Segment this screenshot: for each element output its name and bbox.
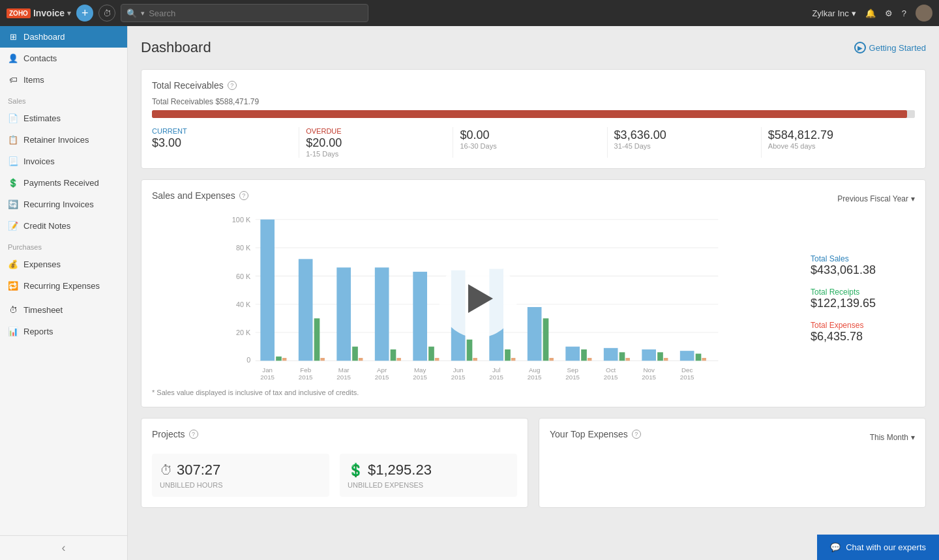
avatar[interactable] — [916, 5, 932, 22]
stat-above-45: $584,812.79 Above 45 days — [762, 127, 915, 158]
unbilled-hours-label: UNBILLED HOURS — [160, 481, 321, 489]
svg-text:2015: 2015 — [299, 374, 313, 381]
retainer-invoices-icon: 📋 — [8, 135, 18, 145]
sales-expenses-title: Sales and Expenses ? — [152, 190, 248, 201]
sidebar-item-timesheet[interactable]: ⏱ Timesheet — [0, 299, 127, 321]
svg-text:2015: 2015 — [642, 374, 656, 381]
sidebar-item-dashboard[interactable]: ⊞ Dashboard — [0, 26, 127, 48]
sidebar-item-items[interactable]: 🏷 Items — [0, 69, 127, 91]
bar-apr-receipts — [391, 349, 396, 361]
bar-sep-sales — [565, 347, 580, 361]
contacts-icon: 👤 — [8, 53, 18, 63]
sidebar-collapse-button[interactable]: ‹ — [0, 535, 127, 560]
sidebar-item-expenses[interactable]: 💰 Expenses — [0, 254, 127, 275]
sidebar-item-reports[interactable]: 📊 Reports — [0, 321, 127, 342]
bar-jan-receipts — [276, 357, 282, 361]
video-play-overlay[interactable] — [439, 259, 517, 338]
bar-feb-sales — [299, 259, 313, 361]
search-bar[interactable]: 🔍 ▾ Search — [121, 4, 368, 22]
sidebar-item-recurring-invoices[interactable]: 🔄 Recurring Invoices — [0, 194, 127, 215]
top-expenses-section: Your Top Expenses ? This Month ▾ — [539, 418, 926, 508]
legend-total-sales: Total Sales $433,061.38 — [811, 254, 915, 277]
stat-16-30: $0.00 16-30 Days — [453, 127, 607, 158]
bar-jul-receipts — [505, 349, 511, 361]
unbilled-expenses-stat: 💲 $1,295.23 UNBILLED EXPENSES — [340, 454, 517, 497]
top-expenses-filter[interactable]: This Month ▾ — [870, 433, 915, 442]
bar-dec-receipts — [696, 354, 702, 361]
top-expenses-info-icon[interactable]: ? — [632, 430, 641, 439]
svg-text:Jan: Jan — [262, 366, 273, 374]
org-selector[interactable]: Zylkar Inc ▾ — [812, 8, 856, 18]
top-expenses-header: Your Top Expenses ? This Month ▾ — [550, 429, 915, 446]
fiscal-year-dropdown-icon: ▾ — [911, 194, 915, 203]
sidebar-label-items: Items — [23, 75, 44, 85]
bar-mar-receipts — [352, 347, 358, 361]
bar-dec-expenses — [702, 358, 706, 361]
bar-oct-expenses — [625, 358, 630, 361]
sidebar-label-timesheet: Timesheet — [23, 305, 63, 315]
total-receipts-label: Total Receipts — [811, 287, 915, 297]
app-logo[interactable]: ZOHO Invoice ▾ — [7, 8, 71, 18]
sales-expenses-section: Sales and Expenses ? Previous Fiscal Yea… — [141, 179, 926, 407]
help-icon[interactable]: ? — [902, 8, 906, 18]
sidebar-item-recurring-expenses[interactable]: 🔁 Recurring Expenses — [0, 275, 127, 297]
bar-nov-expenses — [664, 358, 668, 361]
bar-oct-sales — [604, 348, 618, 361]
svg-text:2015: 2015 — [260, 374, 275, 381]
getting-started-icon: ▶ — [854, 42, 866, 53]
bar-apr-sales — [375, 267, 389, 361]
stat-current-label: CURRENT — [152, 127, 292, 135]
sidebar-label-contacts: Contacts — [23, 53, 57, 63]
unbilled-hours-value: 307:27 — [177, 462, 220, 479]
sidebar-label-invoices: Invoices — [23, 156, 55, 166]
chat-with-experts-button[interactable]: 💬 Chat with our experts — [817, 535, 939, 560]
main-content: Dashboard ▶ Getting Started Total Receiv… — [128, 26, 939, 560]
legend-total-expenses: Total Expenses $6,435.78 — [811, 321, 915, 344]
sales-expenses-info-icon[interactable]: ? — [239, 191, 248, 200]
app-name: Invoice — [33, 8, 65, 18]
add-button[interactable]: + — [76, 5, 93, 22]
total-receivables-info-icon[interactable]: ? — [228, 81, 237, 90]
total-receipts-value: $122,139.65 — [811, 297, 915, 310]
sidebar-item-retainer-invoices[interactable]: 📋 Retainer Invoices — [0, 129, 127, 151]
stat-above-45-value: $584,812.79 — [768, 128, 908, 142]
dashboard-icon: ⊞ — [8, 32, 18, 42]
page-title: Dashboard — [141, 39, 211, 56]
credit-notes-icon: 📝 — [8, 221, 18, 231]
sidebar-item-credit-notes[interactable]: 📝 Credit Notes — [0, 215, 127, 237]
total-expenses-label: Total Expenses — [811, 321, 915, 330]
projects-info-icon[interactable]: ? — [189, 430, 198, 439]
settings-icon[interactable]: ⚙ — [885, 8, 893, 18]
search-dropdown[interactable]: ▾ — [141, 9, 145, 18]
svg-text:Oct: Oct — [606, 366, 616, 374]
getting-started-button[interactable]: ▶ Getting Started — [854, 42, 926, 53]
app-dropdown-icon[interactable]: ▾ — [67, 9, 71, 18]
sidebar-item-invoices[interactable]: 📃 Invoices — [0, 151, 127, 172]
sidebar-item-payments-received[interactable]: 💲 Payments Received — [0, 172, 127, 194]
svg-text:2015: 2015 — [375, 374, 389, 381]
bar-oct-receipts — [619, 352, 625, 361]
history-button[interactable]: ⏱ — [98, 5, 115, 22]
bar-aug-receipts — [543, 318, 549, 361]
nav-right: Zylkar Inc ▾ 🔔 ⚙ ? — [812, 5, 932, 22]
svg-text:100 K: 100 K — [232, 216, 251, 224]
stat-31-45-sublabel: 31-45 Days — [614, 142, 754, 150]
notifications-icon[interactable]: 🔔 — [865, 8, 876, 18]
sidebar-item-estimates[interactable]: 📄 Estimates — [0, 108, 127, 129]
sidebar-label-payments-received: Payments Received — [23, 178, 99, 188]
svg-text:2015: 2015 — [413, 374, 427, 381]
bar-apr-expenses — [396, 358, 401, 361]
bar-mar-sales — [336, 267, 351, 361]
sidebar-label-credit-notes: Credit Notes — [23, 221, 70, 231]
total-sales-value: $433,061.38 — [811, 263, 915, 277]
sales-expenses-header: Sales and Expenses ? Previous Fiscal Yea… — [152, 190, 915, 207]
bar-jan-expenses — [282, 358, 287, 361]
bar-feb-receipts — [314, 318, 320, 361]
fiscal-year-filter[interactable]: Previous Fiscal Year ▾ — [837, 194, 915, 203]
main-layout: ⊞ Dashboard 👤 Contacts 🏷 Items Sales 📄 E… — [0, 26, 939, 560]
sidebar-item-contacts[interactable]: 👤 Contacts — [0, 48, 127, 69]
unbilled-expenses-value: $1,295.23 — [368, 462, 432, 479]
sidebar-label-estimates: Estimates — [23, 113, 61, 123]
svg-text:2015: 2015 — [336, 374, 351, 381]
stat-overdue: OVERDUE $20.00 1-15 Days — [299, 127, 453, 158]
